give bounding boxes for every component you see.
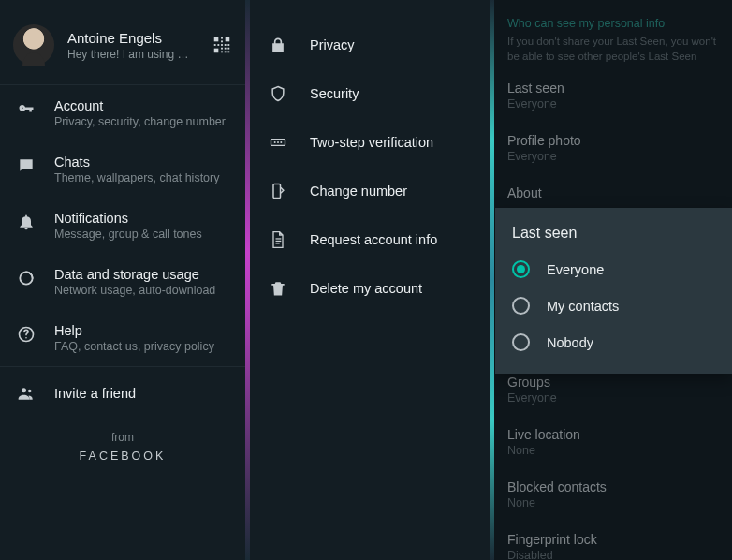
radio-label: Everyone — [547, 262, 604, 277]
svg-point-18 — [25, 337, 27, 339]
account-item-security[interactable]: Security — [250, 69, 490, 118]
svg-rect-15 — [221, 51, 223, 52]
qr-code-icon[interactable] — [212, 35, 232, 55]
pi-title: Fingerprint lock — [507, 532, 719, 547]
phone-swap-icon — [269, 182, 287, 200]
svg-point-20 — [28, 390, 32, 393]
from-label: from — [0, 431, 245, 444]
privacy-item-fingerprint[interactable]: Fingerprint lock Disabled — [494, 521, 732, 560]
account-item-privacy[interactable]: Privacy — [250, 21, 490, 69]
settings-item-data[interactable]: Data and storage usage Network usage, au… — [0, 254, 245, 310]
pi-value: Everyone — [507, 150, 719, 163]
privacy-item-blocked[interactable]: Blocked contacts None — [494, 468, 732, 521]
bell-icon — [17, 213, 36, 231]
item-title: Invite a friend — [54, 386, 136, 401]
account-item-changenum[interactable]: Change number — [250, 167, 490, 215]
account-item-request[interactable]: Request account info — [250, 215, 490, 264]
radio-icon — [512, 260, 530, 278]
app-root: Antoine Engels Hey there! I am using Wh…… — [0, 0, 732, 560]
settings-panel: Antoine Engels Hey there! I am using Wh…… — [0, 0, 245, 560]
facebook-label: FACEBOOK — [0, 449, 245, 463]
pi-title: Last seen — [507, 81, 719, 96]
people-icon — [17, 384, 36, 403]
svg-rect-3 — [221, 37, 223, 39]
settings-item-notifications[interactable]: Notifications Message, group & call tone… — [0, 198, 245, 254]
profile-row[interactable]: Antoine Engels Hey there! I am using Wh… — [0, 0, 245, 84]
item-title: Two-step verification — [310, 135, 433, 150]
svg-rect-7 — [217, 44, 219, 46]
item-title: Delete my account — [310, 281, 422, 296]
help-icon — [17, 325, 36, 344]
item-subtitle: Message, group & call tones — [54, 228, 232, 241]
svg-rect-1 — [226, 37, 230, 42]
item-subtitle: Theme, wallpapers, chat history — [54, 171, 232, 184]
pi-title: About — [507, 185, 719, 200]
avatar — [13, 24, 54, 66]
privacy-header: Who can see my personal info If you don'… — [494, 0, 732, 69]
item-title: Account — [54, 98, 232, 113]
settings-item-invite[interactable]: Invite a friend — [0, 367, 245, 420]
svg-point-23 — [277, 141, 279, 143]
profile-name: Antoine Engels — [67, 30, 198, 46]
svg-point-19 — [22, 388, 26, 392]
settings-item-chats[interactable]: Chats Theme, wallpapers, chat history — [0, 141, 245, 198]
pi-value: Disabled — [507, 549, 719, 560]
account-panel: Privacy Security Two-step verification C… — [250, 0, 490, 560]
data-usage-icon — [17, 269, 36, 287]
svg-rect-13 — [227, 51, 229, 52]
profile-text: Antoine Engels Hey there! I am using Wh… — [67, 30, 198, 61]
dialog-option-contacts[interactable]: My contacts — [495, 287, 732, 324]
account-item-twostep[interactable]: Two-step verification — [250, 118, 490, 167]
svg-rect-28 — [276, 243, 280, 243]
pi-title: Blocked contacts — [507, 479, 719, 494]
pi-value: None — [507, 444, 719, 457]
svg-rect-27 — [276, 241, 282, 242]
svg-point-22 — [274, 141, 276, 143]
item-title: Security — [310, 86, 359, 101]
item-title: Privacy — [310, 37, 355, 52]
radio-label: Nobody — [547, 335, 593, 350]
svg-rect-26 — [276, 238, 282, 239]
item-subtitle: Privacy, security, change number — [54, 115, 232, 128]
pi-title: Profile photo — [507, 133, 719, 148]
item-title: Help — [54, 323, 232, 338]
item-subtitle: FAQ, contact us, privacy policy — [54, 340, 232, 353]
svg-rect-25 — [273, 184, 281, 199]
pi-value: Everyone — [507, 391, 719, 405]
svg-rect-0 — [214, 37, 219, 42]
privacy-panel: Who can see my personal info If you don'… — [494, 0, 732, 560]
chat-icon — [17, 156, 36, 175]
document-icon — [269, 230, 287, 249]
item-title: Change number — [310, 184, 407, 199]
svg-rect-8 — [225, 44, 227, 46]
trash-icon — [269, 279, 287, 298]
settings-item-help[interactable]: Help FAQ, contact us, privacy policy — [0, 310, 245, 366]
header-sub: If you don't share your Last Seen, you w… — [507, 34, 719, 64]
profile-status: Hey there! I am using Wh… — [67, 48, 198, 61]
lock-icon — [269, 36, 287, 54]
lastseen-dialog: Last seen Everyone My contacts Nobody — [495, 208, 732, 374]
key-icon — [17, 100, 36, 119]
privacy-item-lastseen[interactable]: Last seen Everyone — [494, 69, 732, 122]
pi-value: Everyone — [507, 97, 719, 111]
header-title: Who can see my personal info — [507, 17, 719, 30]
svg-rect-5 — [221, 44, 223, 46]
svg-rect-4 — [221, 40, 223, 42]
account-item-delete[interactable]: Delete my account — [250, 264, 490, 313]
item-title: Chats — [54, 155, 232, 169]
pin-icon — [269, 133, 287, 152]
dialog-option-nobody[interactable]: Nobody — [495, 324, 732, 361]
item-subtitle: Network usage, auto-download — [54, 284, 232, 297]
pi-value: None — [507, 496, 719, 509]
svg-rect-12 — [225, 51, 227, 52]
privacy-item-photo[interactable]: Profile photo Everyone — [494, 122, 732, 174]
privacy-item-live[interactable]: Live location None — [494, 416, 732, 468]
svg-rect-6 — [214, 44, 216, 46]
pi-title: Groups — [507, 375, 719, 390]
svg-rect-10 — [225, 48, 227, 50]
radio-label: My contacts — [547, 299, 619, 314]
settings-item-account[interactable]: Account Privacy, security, change number — [0, 85, 245, 141]
radio-icon — [512, 333, 530, 351]
svg-rect-11 — [227, 48, 229, 50]
dialog-option-everyone[interactable]: Everyone — [495, 251, 732, 287]
